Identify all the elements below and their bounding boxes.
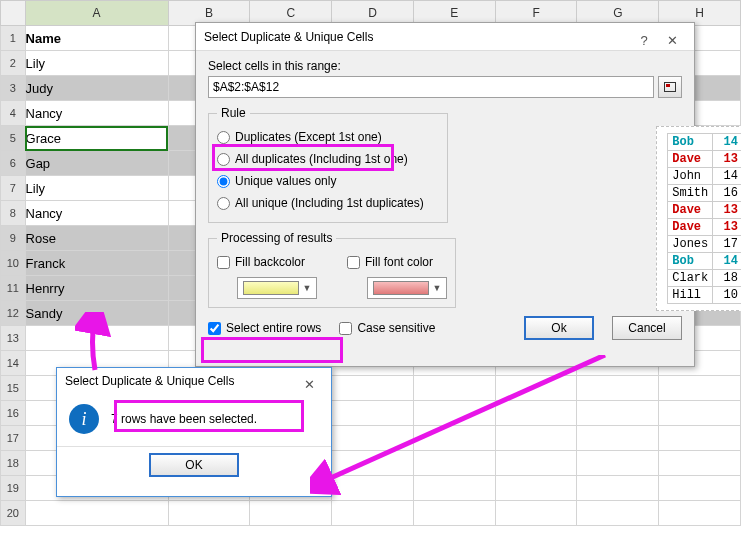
row-header[interactable]: 1 <box>1 26 26 51</box>
cell[interactable] <box>495 376 577 401</box>
row-header[interactable]: 10 <box>1 251 26 276</box>
select-all-corner[interactable] <box>1 1 26 26</box>
row-header[interactable]: 16 <box>1 401 26 426</box>
cell[interactable] <box>577 451 659 476</box>
cell[interactable] <box>413 376 495 401</box>
cell[interactable] <box>659 401 741 426</box>
cell[interactable] <box>659 476 741 501</box>
cell[interactable] <box>413 401 495 426</box>
cell[interactable]: Nancy <box>25 101 168 126</box>
radio-all-duplicates[interactable]: All duplicates (Including 1st one) <box>217 148 439 170</box>
cell[interactable] <box>413 476 495 501</box>
cell[interactable] <box>332 476 414 501</box>
cell[interactable] <box>659 451 741 476</box>
cell[interactable] <box>577 426 659 451</box>
row-header[interactable]: 4 <box>1 101 26 126</box>
red-swatch <box>373 281 429 295</box>
cell[interactable] <box>659 426 741 451</box>
range-label: Select cells in this range: <box>208 59 682 73</box>
cell[interactable]: Nancy <box>25 201 168 226</box>
cell[interactable] <box>332 451 414 476</box>
cell[interactable] <box>250 501 332 526</box>
cell[interactable]: Judy <box>25 76 168 101</box>
chevron-down-icon: ▼ <box>303 283 312 293</box>
cancel-button[interactable]: Cancel <box>612 316 682 340</box>
cell[interactable]: Gap <box>25 151 168 176</box>
radio-all-unique[interactable]: All unique (Including 1st duplicates) <box>217 192 439 214</box>
cell[interactable] <box>577 401 659 426</box>
cell[interactable]: Sandy <box>25 301 168 326</box>
cell[interactable]: Lily <box>25 176 168 201</box>
processing-group: Processing of results Fill backcolor ▼ F… <box>208 231 456 308</box>
row-header[interactable]: 3 <box>1 76 26 101</box>
result-close-button[interactable]: ✕ <box>295 371 323 391</box>
cell[interactable] <box>168 501 250 526</box>
cell[interactable] <box>332 401 414 426</box>
close-button[interactable]: ✕ <box>658 27 686 47</box>
example-table-before: Bob14Dave13John14Smith16Dave13Dave13Jone… <box>667 133 741 304</box>
cell[interactable] <box>577 376 659 401</box>
column-header-A[interactable]: A <box>25 1 168 26</box>
cell[interactable] <box>332 376 414 401</box>
row-header[interactable]: 12 <box>1 301 26 326</box>
radio-duplicates-except[interactable]: Duplicates (Except 1st one) <box>217 126 439 148</box>
cell[interactable] <box>495 401 577 426</box>
range-select-button[interactable] <box>658 76 682 98</box>
info-icon: i <box>69 404 99 434</box>
row-header[interactable]: 9 <box>1 226 26 251</box>
cell[interactable] <box>413 451 495 476</box>
help-button[interactable]: ? <box>630 27 658 47</box>
radio-unique-only[interactable]: Unique values only <box>217 170 439 192</box>
cell[interactable] <box>577 501 659 526</box>
select-entire-rows-check[interactable]: Select entire rows <box>208 317 321 339</box>
row-header[interactable]: 8 <box>1 201 26 226</box>
cell[interactable] <box>495 476 577 501</box>
row-header[interactable]: 17 <box>1 426 26 451</box>
row-header[interactable]: 11 <box>1 276 26 301</box>
row-header[interactable]: 5 <box>1 126 26 151</box>
result-dialog: Select Duplicate & Unique Cells ✕ i 7 ro… <box>56 367 332 497</box>
cell[interactable] <box>25 501 168 526</box>
cell[interactable] <box>659 501 741 526</box>
cell[interactable] <box>577 476 659 501</box>
example-preview: Bob14Dave13John14Smith16Dave13Dave13Jone… <box>656 126 741 311</box>
ok-button[interactable]: Ok <box>524 316 594 340</box>
cell[interactable] <box>495 426 577 451</box>
row-header[interactable]: 14 <box>1 351 26 376</box>
cell[interactable] <box>25 326 168 351</box>
fontcolor-picker[interactable]: ▼ <box>367 277 447 299</box>
row-header[interactable]: 13 <box>1 326 26 351</box>
cell[interactable] <box>332 501 414 526</box>
row-header[interactable]: 19 <box>1 476 26 501</box>
row-header[interactable]: 18 <box>1 451 26 476</box>
range-input[interactable] <box>208 76 654 98</box>
cell[interactable]: Grace <box>25 126 168 151</box>
cell[interactable]: Henrry <box>25 276 168 301</box>
row-header[interactable]: 7 <box>1 176 26 201</box>
result-message: 7 rows have been selected. <box>111 412 257 426</box>
row-header[interactable]: 20 <box>1 501 26 526</box>
cell[interactable]: Franck <box>25 251 168 276</box>
backcolor-picker[interactable]: ▼ <box>237 277 317 299</box>
result-ok-button[interactable]: OK <box>149 453 239 477</box>
cell[interactable] <box>495 501 577 526</box>
rule-group: Rule Duplicates (Except 1st one) All dup… <box>208 106 448 223</box>
result-titlebar[interactable]: Select Duplicate & Unique Cells ✕ <box>57 368 331 394</box>
cell[interactable] <box>413 501 495 526</box>
cell[interactable] <box>413 426 495 451</box>
chevron-down-icon: ▼ <box>433 283 442 293</box>
cell[interactable]: Lily <box>25 51 168 76</box>
case-sensitive-check[interactable]: Case sensitive <box>339 317 435 339</box>
rule-legend: Rule <box>217 106 250 120</box>
row-header[interactable]: 6 <box>1 151 26 176</box>
fill-backcolor-check[interactable]: Fill backcolor <box>217 251 317 273</box>
row-header[interactable]: 15 <box>1 376 26 401</box>
cell[interactable]: Rose <box>25 226 168 251</box>
cell[interactable] <box>332 426 414 451</box>
cell[interactable] <box>495 451 577 476</box>
cell[interactable]: Name <box>25 26 168 51</box>
cell[interactable] <box>659 376 741 401</box>
dialog-titlebar[interactable]: Select Duplicate & Unique Cells ? ✕ <box>196 23 694 51</box>
row-header[interactable]: 2 <box>1 51 26 76</box>
fill-fontcolor-check[interactable]: Fill font color <box>347 251 447 273</box>
